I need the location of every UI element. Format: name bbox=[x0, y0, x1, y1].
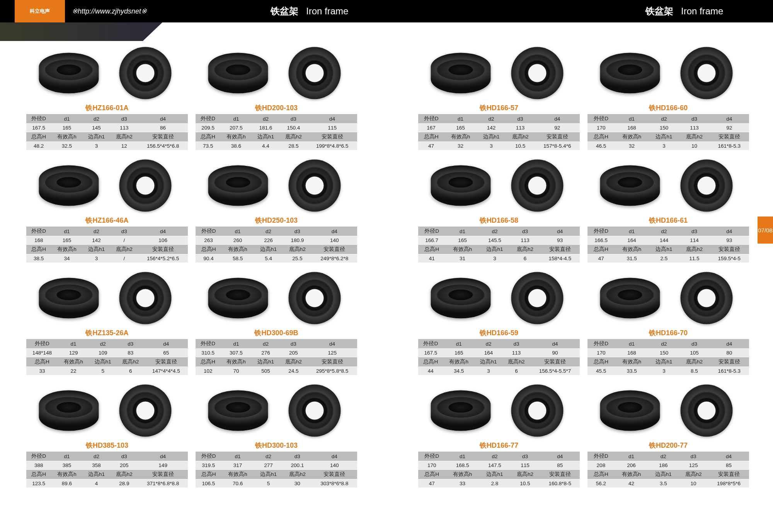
table-cell: 186 bbox=[648, 461, 678, 470]
table-cell: d2 bbox=[254, 227, 283, 236]
table-cell: d1 bbox=[615, 114, 649, 124]
table-cell: 161*8-5.3 bbox=[710, 367, 749, 375]
table-value-row: 123.589.6428.9371*8*6.8*8.8 bbox=[26, 479, 188, 488]
table-cell: 边高h1 bbox=[252, 132, 279, 142]
table-cell: 303*8*6*8.8 bbox=[312, 479, 357, 488]
table-cell: 有效高h bbox=[51, 132, 82, 142]
table-cell: 58.5 bbox=[221, 254, 254, 263]
table-cell: 28.5 bbox=[279, 142, 307, 150]
table-cell: 31 bbox=[445, 254, 479, 263]
table-cell: 安装直径 bbox=[710, 132, 749, 142]
table-cell: 3 bbox=[649, 142, 679, 150]
product-cone-image bbox=[32, 385, 106, 436]
table-cell: 41 bbox=[418, 254, 445, 263]
table-value-row: 413136158*4-4.5 bbox=[418, 254, 580, 263]
table-cell: d1 bbox=[445, 227, 479, 236]
table-value-row: 17016815011392 bbox=[587, 124, 749, 132]
product-cone-image bbox=[201, 385, 275, 436]
table-cell: 外径D bbox=[587, 227, 615, 236]
table-cell: 125 bbox=[678, 461, 708, 470]
table-cell: 30 bbox=[283, 479, 312, 488]
table-value-row: 16716514211392 bbox=[418, 124, 580, 132]
table-cell: 165 bbox=[443, 349, 475, 357]
table-cell: 38.5 bbox=[26, 254, 51, 263]
product-ring-image bbox=[278, 273, 351, 323]
logo: 科立电声 bbox=[15, 0, 65, 22]
table-cell: d3 bbox=[110, 114, 138, 124]
table-value-row: 332256147*4*4*4.5 bbox=[26, 367, 188, 375]
table-cell: 85 bbox=[708, 461, 749, 470]
table-cell: 底高h2 bbox=[679, 132, 709, 142]
spec-table: 外径Dd1d2d3d416716514211392总高H有效高h边高h1底高h2… bbox=[418, 114, 580, 150]
table-cell: 有效高h bbox=[615, 357, 649, 367]
table-header-row: 外径Dd1d2d3d4 bbox=[587, 452, 749, 461]
table-cell: 157*8-5.4*6 bbox=[535, 142, 580, 150]
table-cell: d1 bbox=[51, 227, 82, 236]
table-cell: 底高h2 bbox=[506, 132, 535, 142]
table-cell: d2 bbox=[252, 339, 279, 349]
table-cell: 外径D bbox=[26, 339, 58, 349]
table-header-row: 外径Dd1d2d3d4 bbox=[587, 114, 749, 124]
table-cell: d4 bbox=[138, 114, 188, 124]
table-cell: 总高H bbox=[26, 357, 58, 367]
table-cell: 安装直径 bbox=[312, 470, 357, 479]
table-cell: 156.5*4*5*6.8 bbox=[138, 142, 188, 150]
table-cell: 385 bbox=[51, 461, 82, 470]
product-card: 铁HD200-103外径Dd1d2d3d4209.5207.5181.6150.… bbox=[196, 45, 357, 150]
table-cell: 安装直径 bbox=[540, 245, 580, 254]
spec-table: 外径Dd1d2d3d420820618612585总高H有效高h边高h1底高h2… bbox=[587, 452, 749, 488]
table-cell: 180.9 bbox=[283, 236, 312, 245]
table-cell: 6 bbox=[117, 367, 145, 375]
table-cell: 89.6 bbox=[51, 479, 82, 488]
product-images bbox=[196, 157, 357, 213]
table-cell: d3 bbox=[678, 452, 708, 461]
table-cell: 113 bbox=[502, 349, 530, 357]
table-cell: d4 bbox=[540, 227, 580, 236]
table-cell: 底高h2 bbox=[283, 245, 312, 254]
table-cell: d3 bbox=[117, 339, 145, 349]
table-header-row: 总高H有效高h边高h1底高h2安装直径 bbox=[587, 357, 749, 367]
table-cell: 44 bbox=[418, 367, 443, 375]
table-cell: 安装直径 bbox=[312, 245, 357, 254]
header-strip bbox=[0, 22, 773, 41]
table-cell: d2 bbox=[477, 114, 506, 124]
product-name: 铁HD166-60 bbox=[587, 103, 749, 113]
product-card: 铁HD300-103外径Dd1d2d3d4319.5317277200.1140… bbox=[196, 382, 357, 488]
product-ring-image bbox=[109, 385, 182, 436]
table-cell: 34 bbox=[51, 254, 82, 263]
table-cell: 160.8*8-5 bbox=[540, 479, 580, 488]
table-value-row: 73.538.64.428.5199*8*4.8*6.5 bbox=[196, 142, 357, 150]
table-cell: 3 bbox=[82, 142, 110, 150]
product-card: 铁HD166-77外径Dd1d2d3d4170168.5147.511585总高… bbox=[418, 382, 580, 488]
product-name: 铁HD166-77 bbox=[418, 441, 580, 450]
spec-table: 外径Dd1d2d3d4170168.5147.511585总高H有效高h边高h1… bbox=[418, 452, 580, 488]
table-value-row: 46.532310161*8-5.3 bbox=[587, 142, 749, 150]
table-cell: 安装直径 bbox=[708, 470, 749, 479]
table-cell: 129 bbox=[58, 349, 89, 357]
product-name: 铁HD385-103 bbox=[26, 441, 188, 450]
product-cone-image bbox=[593, 385, 667, 436]
table-cell: 边高h1 bbox=[480, 470, 510, 479]
table-cell: 安装直径 bbox=[307, 357, 357, 367]
table-cell: 边高h1 bbox=[480, 245, 510, 254]
product-cone-image bbox=[201, 273, 275, 323]
spec-table: 外径Dd1d2d3d4168165142/106总高H有效高h边高h1底高h2安… bbox=[26, 227, 188, 263]
product-images bbox=[418, 45, 580, 101]
product-ring-image bbox=[278, 385, 351, 436]
table-value-row: 148*1481291098365 bbox=[26, 349, 188, 357]
product-name: 铁HZ166-01A bbox=[26, 103, 188, 113]
table-header-row: 总高H有效高h边高h1底高h2安装直径 bbox=[418, 132, 580, 142]
table-cell: 总高H bbox=[418, 245, 445, 254]
product-cone-image bbox=[424, 160, 497, 211]
product-name: 铁HZ166-46A bbox=[26, 216, 188, 225]
table-cell: 205 bbox=[279, 349, 307, 357]
table-cell: 底高h2 bbox=[283, 470, 312, 479]
table-cell: 167 bbox=[418, 124, 444, 132]
table-header-row: 外径Dd1d2d3d4 bbox=[196, 114, 357, 124]
table-cell: 底高h2 bbox=[510, 245, 540, 254]
table-cell: / bbox=[110, 254, 138, 263]
table-cell: d3 bbox=[283, 452, 312, 461]
table-cell: d2 bbox=[254, 452, 283, 461]
table-cell: 165 bbox=[444, 124, 477, 132]
table-cell: 263 bbox=[196, 236, 221, 245]
